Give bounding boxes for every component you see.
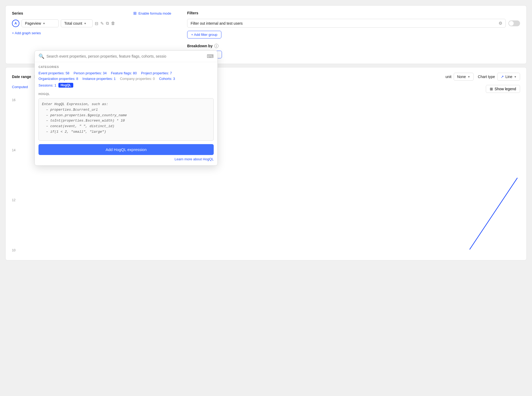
category-project-properties[interactable]: Project properties: 7 xyxy=(141,71,172,75)
category-company-properties[interactable]: Company properties: 0 xyxy=(120,77,155,81)
metric-dropdown[interactable]: Total count ▼ xyxy=(61,19,93,27)
hogql-badge[interactable]: HogQL xyxy=(58,83,73,88)
add-hogql-button[interactable]: Add HogQL expression xyxy=(38,144,214,155)
chevron-down-icon: ▼ xyxy=(84,22,87,25)
copy-series-icon[interactable]: ⧉ xyxy=(106,21,109,26)
chevron-down-icon: ▼ xyxy=(43,22,45,25)
add-series-label: + Add graph series xyxy=(12,31,41,35)
chart-type-dropdown[interactable]: ↗ Line ▼ xyxy=(497,73,520,81)
filters-section: Filters Filter out internal and test use… xyxy=(187,11,520,58)
hogql-section-label: HOGQL xyxy=(38,92,214,96)
series-title: Series xyxy=(12,11,23,15)
breakdown-title: Breakdown by i xyxy=(187,44,520,48)
chart-controls: unit None ▼ Chart type ↗ Line ▼ xyxy=(445,73,520,81)
filter-input-container: Filter out internal and test users ⚙ xyxy=(187,19,506,28)
chevron-down-icon: ▼ xyxy=(514,75,517,78)
category-person-properties[interactable]: Person properties: 34 xyxy=(74,71,106,75)
y-axis-value: 14 xyxy=(12,148,15,152)
delete-series-icon[interactable]: 🗑 xyxy=(111,21,115,26)
chevron-down-icon: ▼ xyxy=(467,75,470,78)
categories-section: CATEGORIES Event properties: 58 Person p… xyxy=(35,62,217,90)
y-axis-value: 16 xyxy=(12,98,15,102)
series-section: Series ⊞ Enable formula mode A Pageview … xyxy=(12,11,171,35)
category-sessions[interactable]: Sessions: 1 xyxy=(38,83,56,87)
formula-icon: ⊞ xyxy=(133,11,137,16)
chart-type-control: Chart type ↗ Line ▼ xyxy=(478,73,520,81)
search-icon: 🔍 xyxy=(38,53,44,59)
y-axis-labels: 16 14 12 10 xyxy=(12,96,18,255)
date-range-label: Date range xyxy=(12,75,31,79)
enable-formula-label: Enable formula mode xyxy=(138,11,171,15)
line-chart-icon: ↗ xyxy=(501,75,504,79)
add-filter-group-button[interactable]: + Add filter group xyxy=(187,31,221,38)
category-organization-properties[interactable]: Organization properties: 8 xyxy=(38,77,78,81)
search-dropdown: 🔍 ⌨ CATEGORIES Event properties: 58 Pers… xyxy=(35,50,218,166)
breakdown-info-icon[interactable]: i xyxy=(214,44,218,48)
chart-line-svg xyxy=(467,175,520,255)
chart-type-value: Line xyxy=(505,75,512,79)
gear-icon[interactable]: ⚙ xyxy=(499,21,502,26)
event-name-dropdown[interactable]: Pageview ▼ xyxy=(22,19,59,27)
unit-value: None xyxy=(457,75,466,79)
add-series-button[interactable]: + Add graph series xyxy=(12,31,41,35)
computed-label[interactable]: Computed xyxy=(12,85,28,89)
categories-label: CATEGORIES xyxy=(38,65,214,68)
hogql-section: HOGQL Add HogQL expression Learn more ab… xyxy=(35,90,217,165)
series-header: Series ⊞ Enable formula mode xyxy=(12,11,171,16)
learn-more-hogql-link[interactable]: Learn more about HogQL xyxy=(38,155,214,162)
y-axis-value: 10 xyxy=(12,248,15,252)
show-legend-label: Show legend xyxy=(495,87,516,91)
add-filter-label: + Add filter group xyxy=(191,33,217,37)
filter-text: Filter out internal and test users xyxy=(191,21,243,25)
unit-dropdown[interactable]: None ▼ xyxy=(454,73,474,81)
category-cohorts[interactable]: Cohorts: 3 xyxy=(159,77,175,81)
enable-formula-button[interactable]: ⊞ Enable formula mode xyxy=(133,11,171,16)
add-hogql-label: Add HogQL expression xyxy=(106,147,147,152)
series-icons: ⊟ ✎ ⧉ 🗑 xyxy=(95,21,115,26)
unit-control: unit None ▼ xyxy=(445,73,474,81)
breakdown-section: Breakdown by i + Add breakdown xyxy=(187,44,520,58)
keyboard-icon[interactable]: ⌨ xyxy=(207,53,214,59)
category-instance-properties[interactable]: Instance properties: 1 xyxy=(83,77,116,81)
filter-series-icon[interactable]: ⊟ xyxy=(95,21,98,26)
search-input-row: 🔍 ⌨ xyxy=(35,51,217,62)
show-legend-button[interactable]: ⊞ Show legend xyxy=(486,85,520,93)
category-feature-flags[interactable]: Feature flags: 80 xyxy=(111,71,137,75)
filters-header: Filters xyxy=(187,11,520,15)
categories-grid: Event properties: 58 Person properties: … xyxy=(38,71,214,81)
hogql-textarea[interactable] xyxy=(38,98,214,141)
learn-more-label: Learn more about HogQL xyxy=(175,157,214,161)
unit-label: unit xyxy=(445,75,452,79)
metric-label: Total count xyxy=(64,21,82,25)
event-name-label: Pageview xyxy=(25,21,41,25)
legend-icon: ⊞ xyxy=(490,87,493,91)
edit-series-icon[interactable]: ✎ xyxy=(100,21,104,26)
series-row: A Pageview ▼ Total count ▼ ⊟ ✎ ⧉ 🗑 xyxy=(12,19,171,27)
search-input[interactable] xyxy=(46,54,205,58)
filter-toggle[interactable] xyxy=(508,20,520,26)
main-container: Series ⊞ Enable formula mode A Pageview … xyxy=(0,0,532,396)
chart-type-label: Chart type xyxy=(478,75,495,79)
filters-title: Filters xyxy=(187,11,198,15)
category-event-properties[interactable]: Event properties: 58 xyxy=(38,71,69,75)
series-letter-badge: A xyxy=(12,20,19,27)
filter-row: Filter out internal and test users ⚙ xyxy=(187,19,520,28)
y-axis-value: 12 xyxy=(12,198,15,202)
